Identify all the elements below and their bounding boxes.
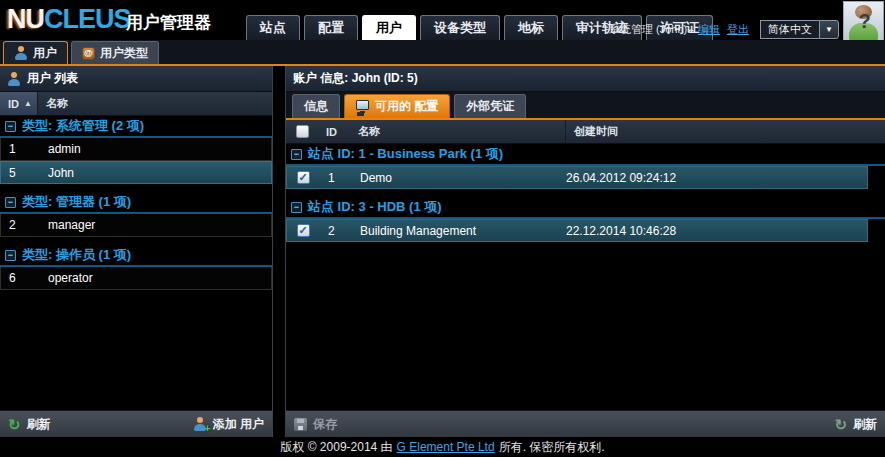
table-row-operator[interactable]: 6 operator <box>0 267 272 290</box>
copyright-suffix: 所有. 保密所有权利. <box>499 439 605 456</box>
logo-text-nu: NU <box>7 4 44 34</box>
nav-tab-landmarks[interactable]: 地标 <box>504 15 558 40</box>
refresh-button[interactable]: ↻ 刷新 <box>8 416 51 433</box>
chevron-down-icon: ▼ <box>825 25 833 34</box>
nav-tab-device-types[interactable]: 设备类型 <box>420 15 500 40</box>
user-list-title-bar: 用户 列表 <box>0 66 272 92</box>
app-title: 用户管理器 <box>126 11 211 34</box>
tab-info[interactable]: 信息 <box>292 94 340 118</box>
group-label: 类型: 管理器 (1 项) <box>22 193 131 211</box>
refresh-icon: ↻ <box>834 417 847 432</box>
footer: 版权 © 2009-2014 由 G Element Pte Ltd 所有. 保… <box>0 437 885 457</box>
table-row-admin[interactable]: 1 admin <box>0 138 272 161</box>
collapse-icon[interactable]: − <box>5 197 16 208</box>
group-header-manager[interactable]: − 类型: 管理器 (1 项) <box>0 192 272 214</box>
save-button[interactable]: 保存 <box>294 416 337 433</box>
edit-user-link[interactable]: 编辑 <box>698 22 720 37</box>
collapse-icon[interactable]: − <box>5 250 16 261</box>
copyright-prefix: 版权 © 2009-2014 由 <box>280 439 392 456</box>
top-header: NUCLEUS 用户管理器 站点 配置 用户 设备类型 地标 审计轨迹 许可证 … <box>0 0 885 40</box>
account-tab-strip: 信息 可用的 配置 外部凭证 <box>286 92 885 120</box>
save-label: 保存 <box>313 416 337 433</box>
logout-link[interactable]: 登出 <box>727 22 749 37</box>
language-selector: 简体中文 ▼ <box>760 20 839 39</box>
group-header-site3[interactable]: − 站点 ID: 3 - HDB (1 项) <box>286 197 885 219</box>
row-created: 22.12.2014 10:46:28 <box>566 224 867 238</box>
row-id: 2 <box>1 218 39 232</box>
row-checkbox[interactable]: ✓ <box>297 171 310 184</box>
question-mark-icon: ? <box>844 10 885 33</box>
row-checkbox[interactable]: ✓ <box>297 224 310 237</box>
refresh-label: 刷新 <box>27 416 51 433</box>
group-label: 站点 ID: 1 - Business Park (1 项) <box>308 145 503 163</box>
collapse-icon[interactable]: − <box>291 202 302 213</box>
group-gap <box>286 189 885 197</box>
tab-user-types[interactable]: @ 用户类型 <box>71 41 159 64</box>
account-toolbar: 保存 ↻ 刷新 <box>286 410 885 437</box>
table-row-building-management[interactable]: ✓ 2 Building Management 22.12.2014 10:46… <box>286 219 868 242</box>
row-name: manager <box>39 218 271 232</box>
nav-tab-users[interactable]: 用户 <box>362 15 416 40</box>
group-header-site1[interactable]: − 站点 ID: 1 - Business Park (1 项) <box>286 144 885 166</box>
row-id: 1 <box>1 142 39 156</box>
group-header-sysadmin[interactable]: − 类型: 系统管理 (2 项) <box>0 116 272 138</box>
module-tab-strip: 用户 @ 用户类型 <box>0 40 885 66</box>
monitor-icon <box>356 100 369 110</box>
language-value[interactable]: 简体中文 <box>760 20 819 39</box>
user-list-icon <box>7 72 21 86</box>
collapse-icon[interactable]: − <box>5 121 16 132</box>
table-row-john[interactable]: 5 John <box>0 161 272 184</box>
column-header-created[interactable]: 创建时间 <box>565 120 885 143</box>
row-name: Building Management <box>351 224 566 238</box>
tab-users[interactable]: 用户 <box>3 41 68 64</box>
nav-tab-sites[interactable]: 站点 <box>246 15 300 40</box>
language-dropdown-button[interactable]: ▼ <box>819 20 839 39</box>
column-header-name[interactable]: 名称 <box>38 92 272 115</box>
user-avatar[interactable]: ? <box>843 1 884 44</box>
column-header-name[interactable]: 名称 <box>350 120 565 143</box>
row-id: 6 <box>1 271 39 285</box>
tab-users-label: 用户 <box>33 45 57 62</box>
table-row-manager[interactable]: 2 manager <box>0 214 272 237</box>
select-all-checkbox[interactable] <box>296 125 309 138</box>
group-header-operator[interactable]: − 类型: 操作员 (1 项) <box>0 245 272 267</box>
group-label: 类型: 操作员 (1 项) <box>22 246 131 264</box>
nucleus-logo: NUCLEUS <box>7 4 131 35</box>
tab-info-label: 信息 <box>304 98 328 115</box>
config-table-column-header: ID 名称 创建时间 <box>286 120 885 144</box>
user-list-title: 用户 列表 <box>27 70 78 87</box>
column-header-id[interactable]: ID <box>318 120 350 143</box>
nucleus-user-manager-app: NUCLEUS 用户管理器 站点 配置 用户 设备类型 地标 审计轨迹 许可证 … <box>0 0 885 457</box>
tab-external-credentials[interactable]: 外部凭证 <box>454 94 526 118</box>
column-created-label: 创建时间 <box>574 124 618 139</box>
tab-external-credentials-label: 外部凭证 <box>466 98 514 115</box>
logo-text-cleus: CLEUS <box>44 4 131 34</box>
row-name: Demo <box>351 171 566 185</box>
column-id-label: ID <box>326 126 337 138</box>
group-label: 类型: 系统管理 (2 项) <box>22 117 144 135</box>
nav-tab-config[interactable]: 配置 <box>304 15 358 40</box>
refresh-label: 刷新 <box>853 416 877 433</box>
column-name-label: 名称 <box>358 124 380 139</box>
add-user-button[interactable]: + 添加 用户 <box>193 416 264 433</box>
column-header-id[interactable]: ID ▲ <box>0 92 38 115</box>
refresh-icon: ↻ <box>8 417 21 432</box>
group-gap <box>0 237 272 245</box>
refresh-button-right[interactable]: ↻ 刷新 <box>834 416 877 433</box>
collapse-icon[interactable]: − <box>291 149 302 160</box>
tab-available-configs[interactable]: 可用的 配置 <box>344 94 450 118</box>
column-id-label: ID <box>8 98 19 110</box>
row-name: operator <box>39 271 271 285</box>
column-header-select <box>286 120 318 143</box>
row-id: 2 <box>319 224 351 238</box>
user-type-icon: @ <box>82 47 95 60</box>
company-link[interactable]: G Element Pte Ltd <box>397 440 495 454</box>
row-name: admin <box>39 142 271 156</box>
group-label: 站点 ID: 3 - HDB (1 项) <box>308 198 442 216</box>
plus-icon: + <box>204 423 210 434</box>
table-row-demo[interactable]: ✓ 1 Demo 26.04.2012 09:24:12 <box>286 166 868 189</box>
row-id: 1 <box>319 171 351 185</box>
account-info-title-bar: 账户 信息: John (ID: 5) <box>286 66 885 92</box>
user-list-column-header: ID ▲ 名称 <box>0 92 272 116</box>
check-icon: ✓ <box>298 172 307 183</box>
